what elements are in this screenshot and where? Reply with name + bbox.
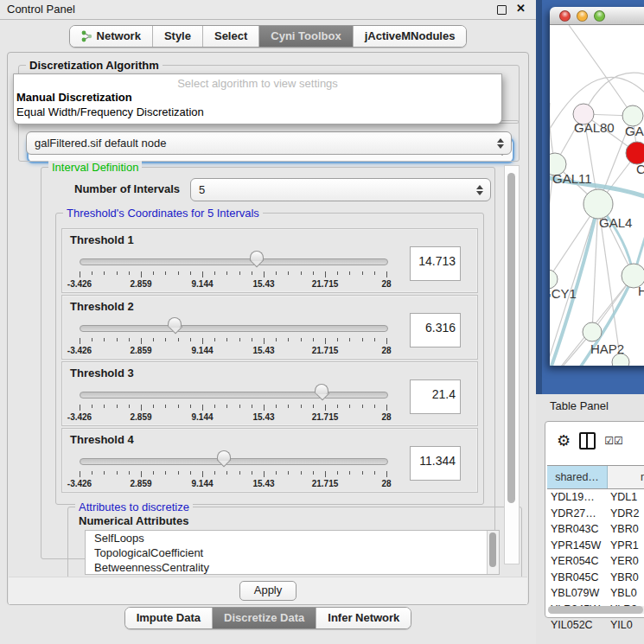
attribute-list-item[interactable]: SelfLoops [86,531,499,545]
slider-tick [239,405,240,408]
slider-tick [141,471,142,477]
algorithm-option[interactable]: Manual Discretization [14,90,501,105]
table-row[interactable]: YBL079WYBL0 [547,585,644,602]
slider-tick [214,471,215,475]
tab-select[interactable]: Select [203,26,259,47]
slider-tick [92,471,92,475]
slider-tick-label: 21.715 [306,346,344,355]
threshold-value-field[interactable]: 6.316 [410,313,461,348]
slider-tick [239,471,240,475]
slider-handle[interactable] [315,384,328,400]
slider-tick [337,471,338,475]
tab-cyni-toolbox[interactable]: Cyni Toolbox [259,26,353,47]
close-button[interactable] [559,10,571,22]
slider-track[interactable] [80,458,388,465]
minimize-button[interactable] [577,10,588,22]
slider-tick [202,271,203,277]
slider-handle[interactable] [250,251,264,267]
slider-tick [92,271,92,275]
vertical-scrollbar[interactable] [504,165,520,564]
scrollbar-thumb[interactable] [507,173,515,503]
zoom-button[interactable] [594,10,605,22]
node-label: C [636,162,644,176]
settings-scroll-area: Interval Definition Number of Intervals … [15,165,502,563]
slider-tick [202,338,203,344]
thresholds-group: Threshold's Coordinates for 5 Intervals … [55,213,484,505]
slider-tick [325,271,326,277]
tab-label: Style [164,29,191,42]
threshold-label: Threshold 4 [70,433,134,446]
close-icon[interactable]: ✕ [516,2,526,15]
group-title: Interval Definition [48,161,142,174]
slider-tick [226,338,227,341]
network-edge[interactable] [569,25,633,116]
cell-shared-name: YPR145W [547,538,607,554]
network-node[interactable] [583,322,602,341]
network-edge[interactable] [550,362,621,366]
network-canvas[interactable]: GAL80GACGAL11GAL4GCY1HHAP2 [550,25,644,366]
table-row[interactable]: YDL19…YDL1 [547,489,644,506]
slider-track[interactable] [80,325,388,332]
algorithm-option[interactable]: Equal Width/Frequency Discretization [14,105,501,119]
network-view-window[interactable]: GAL80GACGAL11GAL4GCY1HHAP2 [550,7,644,366]
tab-infer-network[interactable]: Infer Network [316,608,411,628]
table-data-combobox[interactable]: galFiltered.sif default node [26,131,512,155]
slider-tick [301,471,302,475]
threshold-label: Threshold 1 [70,233,134,246]
slider-tick [337,271,338,275]
threshold-value-field[interactable]: 11.344 [410,446,461,481]
slider-tick [129,338,130,341]
tab-jactivemnodules[interactable]: jActiveMNodules [354,26,467,47]
table-row[interactable]: YBR043CYBR0 [547,521,644,538]
column-header-name[interactable]: na [608,466,644,488]
network-node[interactable] [583,189,613,219]
tab-style[interactable]: Style [153,26,203,47]
slider-tick-label: -3.426 [61,346,99,355]
network-window-titlebar[interactable] [550,7,644,25]
attributes-group: Attributes to discretize Numerical Attri… [67,507,522,583]
checkbox-icons[interactable]: ☑☑ [604,435,623,447]
slider-tick [178,471,179,475]
list-scrollbar[interactable] [487,531,499,574]
horizontal-scrollbar[interactable] [548,606,644,614]
apply-button[interactable]: Apply [239,581,296,601]
slider-tick [301,405,302,408]
threshold-value-field[interactable]: 21.4 [410,379,461,414]
table-row[interactable]: YER054CYER0 [547,553,644,570]
columns-icon[interactable] [579,432,596,450]
gear-icon[interactable]: ⚙ [557,433,571,449]
cell-shared-name: YER054C [547,553,607,570]
cyni-toolbox-content: Discretization Algorithm Select algorith… [7,52,529,605]
slider-tick [190,405,191,408]
slider-track[interactable] [80,392,388,399]
slider-tick [325,471,326,477]
table-row[interactable]: YPR145WYPR1 [547,538,644,554]
attribute-list-item[interactable]: BetweennessCentrality [86,560,499,575]
threshold-value-field[interactable]: 14.713 [410,246,461,281]
column-header-shared-name[interactable]: shared… [547,466,608,488]
slider-tick-label: 2.859 [122,346,160,355]
slider-tick [178,271,179,275]
slider-tick [202,471,203,477]
table-row[interactable]: YIL052CYIL0 [547,617,644,634]
slider-tick [80,405,80,411]
numerical-attributes-list[interactable]: SelfLoopsTopologicalCoefficientBetweenne… [85,530,500,575]
tab-discretize-data[interactable]: Discretize Data [213,608,316,628]
slider-track[interactable] [80,258,388,265]
number-of-intervals-combobox[interactable]: 5 [190,178,491,201]
tab-impute-data[interactable]: Impute Data [125,608,213,628]
table-row[interactable]: YBR045CYBR0 [547,570,644,586]
slider-tick [178,405,179,408]
table-row[interactable]: YDR27…YDR2 [547,506,644,522]
slider-handle[interactable] [217,450,231,467]
tab-network[interactable]: Network [70,26,153,47]
scrollbar-thumb[interactable] [548,606,643,614]
slider-tick [288,471,289,475]
attribute-list-item[interactable]: TopologicalCoefficient [86,545,499,560]
slider-tick [165,271,166,275]
node-table-panel: ⚙ ☑☑ shared… na YDL19…YDL1YDR27…YDR2YBR0… [545,421,644,618]
slider-tick [190,338,191,341]
slider-handle[interactable] [168,317,182,334]
slider-tick-label: 28 [367,346,405,355]
float-window-icon[interactable] [497,5,507,15]
